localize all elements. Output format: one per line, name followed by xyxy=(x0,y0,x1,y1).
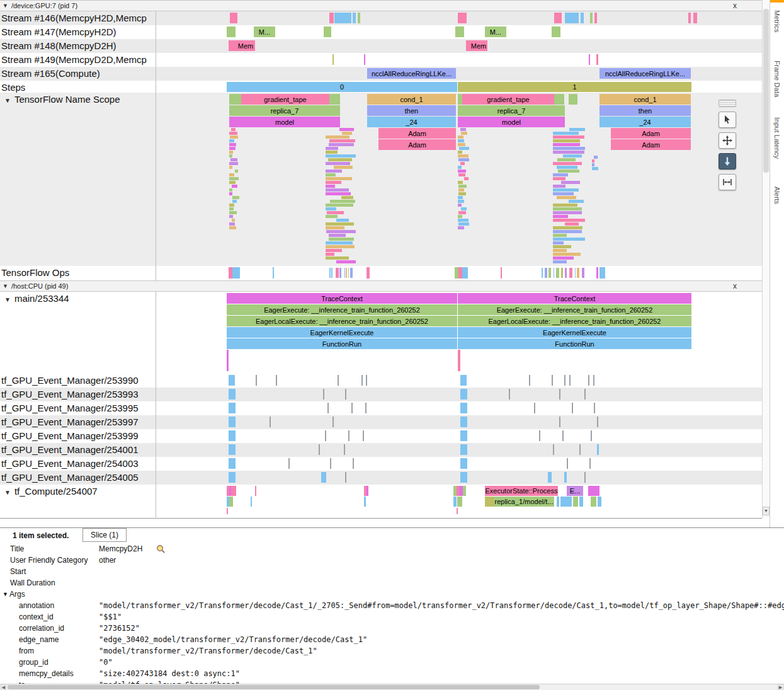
trace-slice[interactable] xyxy=(229,417,236,427)
trace-fragment[interactable] xyxy=(553,147,585,150)
trace-slice[interactable] xyxy=(589,54,590,65)
trace-slice[interactable] xyxy=(460,444,467,455)
trace-fragment[interactable] xyxy=(558,170,579,173)
trace-slice[interactable] xyxy=(548,472,552,483)
trace-fragment[interactable] xyxy=(458,181,463,184)
trace-fragment[interactable] xyxy=(326,181,341,184)
trace-fragment[interactable] xyxy=(329,238,354,241)
trace-fragment[interactable] xyxy=(232,200,237,203)
trace-fragment[interactable] xyxy=(229,222,235,226)
trace-slice[interactable]: Mem xyxy=(236,40,255,51)
trace-slice[interactable] xyxy=(460,430,467,441)
trace-fragment[interactable] xyxy=(326,192,351,195)
trace-slice[interactable]: TraceContext xyxy=(227,293,457,304)
trace-fragment[interactable] xyxy=(557,158,576,161)
trace-fragment[interactable] xyxy=(229,211,237,214)
trace-slice[interactable] xyxy=(584,389,586,400)
trace-fragment[interactable] xyxy=(461,207,467,210)
trace-slice[interactable] xyxy=(693,13,697,23)
trace-fragment[interactable] xyxy=(553,241,564,244)
trace-fragment[interactable] xyxy=(229,162,238,165)
trace-fragment[interactable] xyxy=(326,135,349,139)
trace-slice[interactable] xyxy=(229,458,236,469)
trace-slice[interactable]: 1 xyxy=(458,82,691,92)
trace-slice[interactable] xyxy=(227,508,228,514)
trace-slice[interactable] xyxy=(455,26,464,37)
trace-slice[interactable] xyxy=(353,13,356,23)
trace-fragment[interactable] xyxy=(231,128,236,131)
trace-fragment[interactable] xyxy=(542,268,543,278)
trace-fragment[interactable] xyxy=(569,200,584,203)
trace-slice[interactable] xyxy=(366,375,367,386)
trace-fragment[interactable] xyxy=(232,185,237,188)
trace-fragment[interactable] xyxy=(232,196,239,199)
trace-slice[interactable] xyxy=(529,375,530,386)
trace-slice[interactable]: EagerExecute: __inference_train_function… xyxy=(458,304,691,315)
trace-fragment[interactable] xyxy=(326,188,349,192)
trace-fragment[interactable] xyxy=(229,215,233,218)
trace-slice[interactable] xyxy=(569,375,571,386)
trace-fragment[interactable] xyxy=(334,166,353,169)
trace-fragment[interactable] xyxy=(569,128,585,131)
trace-slice[interactable] xyxy=(463,486,466,496)
trace-slice[interactable]: _24 xyxy=(367,117,456,127)
trace-fragment[interactable] xyxy=(326,154,356,158)
trace-slice[interactable]: Adam xyxy=(611,128,691,139)
trace-slice[interactable]: FunctionRun xyxy=(227,338,457,349)
trace-fragment[interactable] xyxy=(553,139,580,142)
trace-slice[interactable] xyxy=(229,430,236,441)
close-icon[interactable]: x xyxy=(733,1,737,10)
trace-fragment[interactable] xyxy=(326,173,336,176)
trace-fragment[interactable] xyxy=(458,188,464,192)
trace-fragment[interactable] xyxy=(229,143,236,146)
trace-slice[interactable] xyxy=(552,26,560,37)
trace-fragment[interactable] xyxy=(458,192,466,195)
trace-slice[interactable] xyxy=(288,458,290,469)
trace-fragment[interactable] xyxy=(458,226,464,229)
trace-fragment[interactable] xyxy=(461,132,467,135)
trace-fragment[interactable] xyxy=(553,238,585,241)
trace-fragment[interactable] xyxy=(336,260,356,263)
trace-slice[interactable] xyxy=(366,267,370,279)
trace-fragment[interactable] xyxy=(553,135,584,139)
trace-fragment[interactable] xyxy=(336,268,339,278)
trace-slice[interactable] xyxy=(591,497,596,507)
trace-fragment[interactable] xyxy=(569,268,572,278)
trace-fragment[interactable] xyxy=(327,211,344,214)
trace-slice[interactable] xyxy=(229,375,235,386)
trace-slice[interactable] xyxy=(560,497,572,507)
trace-slice[interactable] xyxy=(462,267,468,279)
trace-slice[interactable]: replica_1/model/t... xyxy=(494,497,554,507)
zoom-tool-button[interactable] xyxy=(719,153,736,170)
trace-fragment[interactable] xyxy=(326,241,353,244)
trace-slice[interactable]: then xyxy=(367,105,456,116)
trace-fragment[interactable] xyxy=(556,268,559,278)
trace-fragment[interactable] xyxy=(229,132,237,135)
trace-fragment[interactable] xyxy=(229,226,236,229)
trace-slice[interactable] xyxy=(564,472,567,483)
trace-fragment[interactable] xyxy=(329,139,355,142)
trace-slice[interactable]: Adam xyxy=(378,139,456,150)
trace-slice[interactable] xyxy=(581,13,584,23)
trace-slice[interactable] xyxy=(321,472,326,483)
trace-slice[interactable]: ExecutorState::Process xyxy=(485,486,558,496)
trace-fragment[interactable] xyxy=(553,234,567,237)
collapse-arrow[interactable]: ▼ xyxy=(3,283,8,289)
trace-slice[interactable] xyxy=(458,94,462,105)
trace-fragment[interactable] xyxy=(553,143,580,146)
trace-fragment[interactable] xyxy=(235,170,238,173)
trace-slice[interactable] xyxy=(559,417,560,427)
trace-fragment[interactable] xyxy=(326,162,350,165)
trace-fragment[interactable] xyxy=(553,162,582,165)
trace-slice[interactable] xyxy=(458,13,467,23)
trace-fragment[interactable] xyxy=(326,207,336,210)
trace-slice[interactable] xyxy=(596,54,598,65)
trace-slice[interactable]: EagerKernelExecute xyxy=(458,327,691,338)
trace-fragment[interactable] xyxy=(458,135,463,139)
trace-fragment[interactable] xyxy=(326,245,355,248)
trace-slice[interactable] xyxy=(351,403,353,413)
trace-slice[interactable] xyxy=(229,444,236,455)
trace-slice[interactable] xyxy=(579,497,583,507)
trace-fragment[interactable] xyxy=(331,268,332,278)
trace-slice[interactable]: FunctionRun xyxy=(458,338,691,349)
